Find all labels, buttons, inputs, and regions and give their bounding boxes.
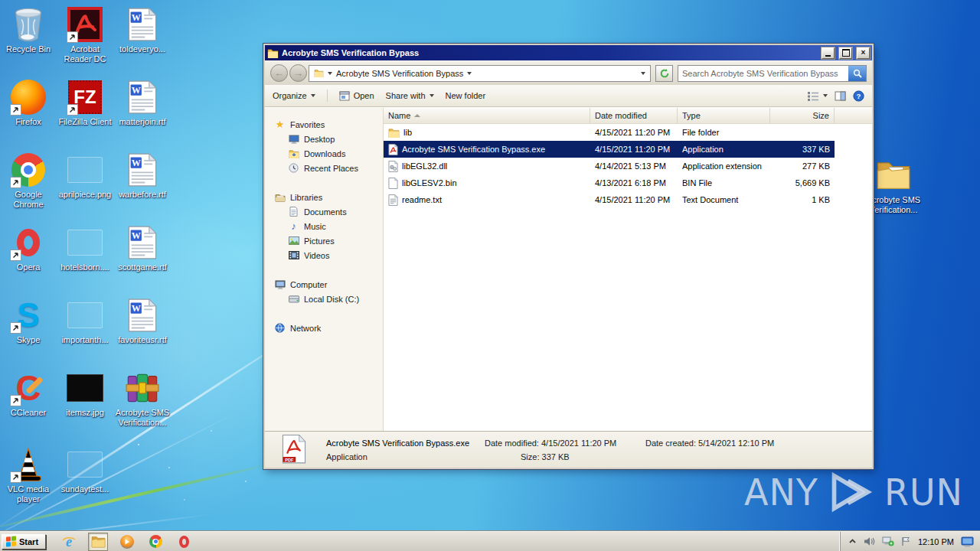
file-row-readme[interactable]: readme.txt 4/15/2021 11:20 PM Text Docum… — [384, 191, 872, 208]
title-bar[interactable]: Acrobyte SMS Verification Bypass × — [265, 45, 872, 60]
nav-group-favorites[interactable]: ★ Favorites — [265, 117, 383, 132]
desktop-icon-label: Acrobyte SMS Verification... — [114, 408, 171, 428]
share-with-button[interactable]: Share with — [386, 91, 434, 100]
open-button[interactable]: Open — [339, 91, 374, 101]
nav-item-local-disk-c[interactable]: Local Disk (C:) — [265, 292, 383, 306]
search-icon[interactable] — [848, 66, 866, 81]
details-pane: PDF Acrobyte SMS Verification Bypass.exe… — [265, 431, 872, 468]
desktop-icon-acrobyte-rar[interactable]: Acrobyte SMS Verification... — [114, 370, 171, 428]
maximize-button[interactable] — [839, 47, 852, 59]
file-row-libegl32[interactable]: libEGL32.dll 4/14/2021 5:13 PM Applicati… — [384, 158, 872, 174]
column-header-type[interactable]: Type — [678, 108, 770, 123]
word-document-icon: W — [128, 8, 157, 41]
file-list-empty-area[interactable] — [384, 208, 872, 431]
show-hidden-icons-chevron[interactable] — [848, 537, 857, 546]
desktop-icon-aprilpiece[interactable]: aprilpiece.png — [57, 152, 113, 200]
nav-item-downloads[interactable]: Downloads — [265, 146, 383, 161]
taskbar-clock[interactable]: 12:10 PM — [918, 537, 954, 546]
desktop-icon-recycle-bin[interactable]: Recycle Bin — [0, 6, 57, 54]
taskbar-windows-explorer-icon[interactable] — [88, 533, 108, 551]
taskbar-media-player-icon[interactable] — [118, 533, 136, 550]
desktop-icon-acrobyte-folder[interactable]: Acrobyte SMS Verification... — [865, 157, 922, 215]
volume-icon[interactable] — [864, 536, 875, 546]
breadcrumb-chevron-icon[interactable] — [467, 72, 472, 75]
word-document-icon: W — [128, 226, 157, 259]
nav-item-documents[interactable]: Documents — [265, 204, 383, 219]
shortcut-arrow-icon — [67, 31, 78, 43]
videos-icon — [288, 250, 299, 261]
breadcrumb-chevron-icon[interactable] — [328, 72, 332, 75]
start-button[interactable]: Start — [2, 534, 46, 549]
desktop-icon-google-chrome[interactable]: Google Chrome — [0, 152, 57, 210]
desktop-icon-scottgame[interactable]: W scottgame.rtf — [114, 224, 171, 272]
network-globe-icon — [274, 323, 286, 334]
nav-item-pictures[interactable]: Pictures — [265, 233, 383, 248]
nav-item-recent-places[interactable]: Recent Places — [265, 161, 383, 175]
organize-button[interactable]: Organize — [273, 91, 315, 100]
details-file-name: Acrobyte SMS Verification Bypass.exe — [326, 439, 469, 448]
desktop-icon-opera[interactable]: Opera — [0, 224, 57, 272]
desktop-icon-ccleaner[interactable]: C CCleaner — [0, 370, 57, 418]
desktop-icon-hotelsborn[interactable]: hotelsborn.... — [57, 224, 113, 272]
network-icon[interactable] — [882, 536, 894, 546]
desktop-icon-matterjoin[interactable]: W matterjoin.rtf — [114, 79, 171, 127]
desktop-icon-acrobat-reader[interactable]: Acrobat Reader DC — [57, 6, 113, 64]
details-size: Size: 337 KB — [521, 452, 570, 461]
nav-item-videos[interactable]: Videos — [265, 248, 383, 262]
desktop-icon-toldeveryo[interactable]: W toldeveryo... — [114, 6, 171, 54]
breadcrumb-path[interactable]: Acrobyte SMS Verification Bypass — [336, 69, 463, 78]
desktop-icon-favoriteusr[interactable]: W favoriteusr.rtf — [114, 297, 171, 345]
search-input[interactable] — [678, 69, 848, 78]
preview-pane-button[interactable] — [835, 91, 846, 101]
shortcut-arrow-icon — [10, 471, 21, 483]
desktop-icon-importanth[interactable]: importanth... — [57, 297, 113, 345]
desktop-icon-label: warbefore.rtf — [114, 190, 171, 200]
breadcrumb[interactable]: Acrobyte SMS Verification Bypass — [309, 65, 651, 82]
desktop-icon-firefox[interactable]: Firefox — [0, 79, 57, 127]
views-icon — [807, 91, 819, 101]
column-header-size[interactable]: Size — [770, 108, 835, 123]
music-note-icon: ♪ — [288, 221, 299, 232]
desktop-icon-label: CCleaner — [0, 408, 57, 418]
svg-text:e: e — [66, 534, 72, 549]
help-button[interactable]: ? — [853, 90, 864, 102]
column-header-name[interactable]: Name — [384, 108, 590, 123]
action-center-flag-icon[interactable] — [901, 536, 911, 546]
new-folder-button[interactable]: New folder — [446, 91, 486, 100]
svg-text:W: W — [132, 230, 141, 241]
desktop-icon-label: aprilpiece.png — [57, 190, 113, 200]
svg-text:W: W — [132, 85, 141, 96]
desktop-icon-sundaytest[interactable]: sundaytest... — [57, 446, 113, 494]
taskbar-internet-explorer-icon[interactable]: e — [60, 533, 78, 550]
details-date-modified: Date modified: 4/15/2021 11:20 PM — [485, 439, 616, 448]
desktop-icon-warbefore[interactable]: W warbefore.rtf — [114, 152, 171, 200]
file-row-exe-selected[interactable]: Acrobyte SMS Verification Bypass.exe 4/1… — [384, 141, 872, 158]
desktop-icon-filezilla[interactable]: FZ FileZilla Client — [57, 79, 113, 127]
nav-group-network[interactable]: Network — [265, 321, 383, 335]
file-row-libglesv2[interactable]: libGLESV2.bin 4/13/2021 6:18 PM BIN File… — [384, 174, 872, 191]
display-monitor-icon[interactable] — [961, 536, 974, 547]
desktop-icon-label: itemsz.jpg — [57, 408, 113, 418]
minimize-button[interactable] — [822, 47, 835, 59]
taskbar-opera-icon[interactable] — [175, 533, 193, 550]
svg-text:W: W — [132, 303, 141, 314]
column-header-date-modified[interactable]: Date modified — [590, 108, 678, 123]
taskbar-chrome-icon[interactable] — [146, 533, 165, 550]
desktop-icon-vlc[interactable]: VLC media player — [0, 446, 57, 504]
broken-image-icon — [67, 157, 103, 183]
nav-item-desktop[interactable]: Desktop — [265, 132, 383, 146]
address-history-dropdown-icon[interactable] — [641, 72, 645, 75]
file-row-lib[interactable]: lib 4/15/2021 11:20 PM File folder — [384, 124, 872, 141]
desktop-icon-itemsz[interactable]: itemsz.jpg — [57, 370, 113, 418]
refresh-button[interactable] — [655, 65, 673, 82]
forward-button[interactable]: → — [289, 64, 307, 82]
nav-group-computer[interactable]: Computer — [265, 277, 383, 292]
nav-group-libraries[interactable]: Libraries — [265, 190, 383, 204]
close-button[interactable]: × — [857, 47, 870, 59]
address-bar: ← → Acrobyte SMS Verification Bypass — [265, 60, 872, 85]
back-button[interactable]: ← — [270, 64, 288, 82]
views-button[interactable] — [807, 91, 828, 101]
desktop-icon-skype[interactable]: S Skype — [0, 297, 57, 345]
nav-item-music[interactable]: ♪ Music — [265, 219, 383, 233]
watermark-text-any: ANY — [744, 471, 818, 514]
